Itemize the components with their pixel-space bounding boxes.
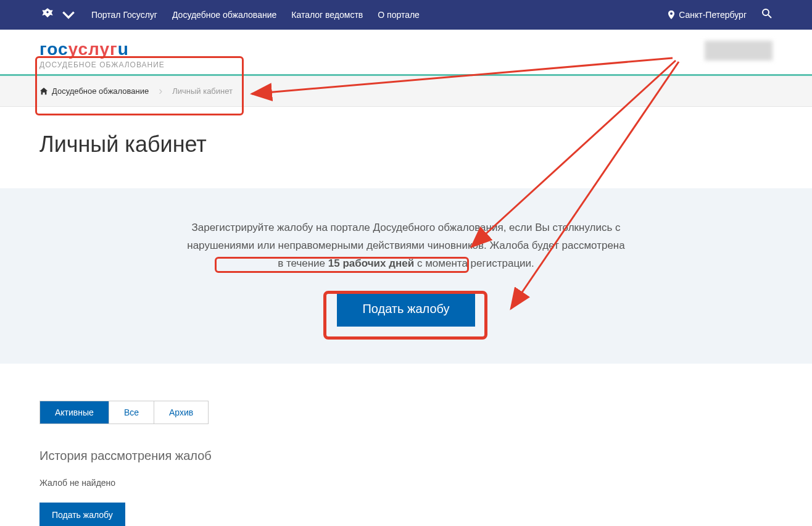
- history-section: История рассмотрения жалоб Жалоб не найд…: [0, 424, 812, 526]
- submit-complaint-button[interactable]: Подать жалобу: [337, 291, 474, 327]
- svg-line-1: [768, 15, 771, 18]
- chevron-down-icon: [60, 7, 77, 23]
- history-submit-button[interactable]: Подать жалобу: [39, 503, 125, 526]
- hero-text-after: с момента регистрации.: [414, 257, 534, 269]
- hero-section: Зарегистрируйте жалобу на портале Досуде…: [0, 188, 812, 364]
- hero-text-bold: 15 рабочих дней: [328, 257, 414, 269]
- logo-subtitle: ДОСУДЕБНОЕ ОБЖАЛОВАНИЕ: [39, 61, 773, 69]
- tabs-section: Активные Все Архив: [0, 364, 812, 424]
- tab-active[interactable]: Активные: [40, 401, 109, 424]
- history-title: История рассмотрения жалоб: [39, 449, 773, 463]
- user-avatar-blurred[interactable]: [705, 41, 773, 61]
- nav-catalog[interactable]: Каталог ведомств: [291, 10, 363, 20]
- site-logo[interactable]: госуслугu: [39, 40, 773, 59]
- breadcrumb-home-label: Досудебное обжалование: [52, 86, 149, 96]
- home-icon: [39, 87, 48, 96]
- location-selector[interactable]: Санкт-Петербург: [668, 10, 747, 20]
- search-button[interactable]: [761, 8, 773, 22]
- nav-appeals[interactable]: Досудебное обжалование: [172, 10, 276, 20]
- top-nav: Портал Госуслуг Досудебное обжалование К…: [0, 0, 812, 30]
- eagle-emblem-icon: [39, 7, 56, 23]
- hero-text: Зарегистрируйте жалобу на портале Досуде…: [184, 219, 628, 273]
- breadcrumb-home[interactable]: Досудебное обжалование: [39, 86, 149, 96]
- breadcrumb-current: Личный кабинет: [172, 86, 233, 96]
- page-title: Личный кабинет: [39, 132, 773, 157]
- logo-part-gos: гос: [39, 40, 68, 59]
- search-icon: [761, 8, 773, 19]
- logo-section: госуслугu ДОСУДЕБНОЕ ОБЖАЛОВАНИЕ: [0, 30, 812, 74]
- svg-point-0: [763, 9, 769, 15]
- location-text: Санкт-Петербург: [679, 10, 747, 20]
- pin-icon: [668, 10, 675, 19]
- tab-all[interactable]: Все: [109, 401, 154, 424]
- nav-portal[interactable]: Портал Госуслуг: [91, 10, 157, 20]
- breadcrumb-separator: ›: [159, 85, 162, 98]
- nav-about[interactable]: О портале: [378, 10, 420, 20]
- breadcrumb: Досудебное обжалование › Личный кабинет: [0, 76, 812, 107]
- tabs: Активные Все Архив: [39, 401, 209, 424]
- logo-part-usl: услуг: [68, 40, 118, 59]
- history-empty: Жалоб не найдено: [39, 478, 773, 488]
- logo-part-ugi: u: [118, 40, 129, 59]
- page-title-section: Личный кабинет: [0, 107, 812, 188]
- tab-archive[interactable]: Архив: [154, 401, 208, 424]
- gov-emblem-dropdown[interactable]: [39, 7, 77, 23]
